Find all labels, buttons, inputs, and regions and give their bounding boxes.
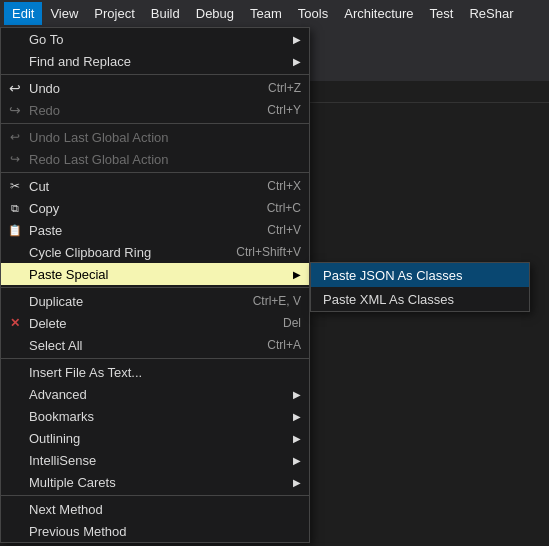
menu-reshar[interactable]: ReShar (461, 2, 521, 25)
menu-item-redo-global: ↪ Redo Last Global Action (1, 148, 309, 170)
separator-4 (1, 287, 309, 288)
submenu-item-paste-xml[interactable]: Paste XML As Classes (311, 287, 529, 311)
menu-team[interactable]: Team (242, 2, 290, 25)
delete-icon: ✕ (5, 313, 25, 333)
menu-item-next-method[interactable]: Next Method (1, 498, 309, 520)
menu-test[interactable]: Test (422, 2, 462, 25)
arrow-right-icon: ▶ (293, 34, 301, 45)
menu-item-goto[interactable]: Go To ▶ (1, 28, 309, 50)
submenu-item-paste-json[interactable]: Paste JSON As Classes (311, 263, 529, 287)
menu-item-paste[interactable]: 📋 Paste Ctrl+V (1, 219, 309, 241)
menu-item-redo: ↪ Redo Ctrl+Y (1, 99, 309, 121)
menu-item-intellisense[interactable]: IntelliSense ▶ (1, 449, 309, 471)
menu-item-copy[interactable]: ⧉ Copy Ctrl+C (1, 197, 309, 219)
menu-item-cut[interactable]: ✂ Cut Ctrl+X (1, 175, 309, 197)
menu-item-delete[interactable]: ✕ Delete Del (1, 312, 309, 334)
copy-icon: ⧉ (5, 198, 25, 218)
menu-item-insert-file[interactable]: Insert File As Text... (1, 361, 309, 383)
undo-global-icon: ↩ (5, 127, 25, 147)
menu-item-undo-global: ↩ Undo Last Global Action (1, 126, 309, 148)
bookmarks-arrow-icon: ▶ (293, 411, 301, 422)
paste-icon: 📋 (5, 220, 25, 240)
menu-item-duplicate[interactable]: Duplicate Ctrl+E, V (1, 290, 309, 312)
menu-item-find-replace[interactable]: Find and Replace ▶ (1, 50, 309, 72)
menu-item-multiple-carets[interactable]: Multiple Carets ▶ (1, 471, 309, 493)
redo-icon: ↪ (5, 100, 25, 120)
separator-2 (1, 123, 309, 124)
menu-tools[interactable]: Tools (290, 2, 336, 25)
menu-build[interactable]: Build (143, 2, 188, 25)
menu-item-cycle-clipboard[interactable]: Cycle Clipboard Ring Ctrl+Shift+V (1, 241, 309, 263)
arrow-right-icon: ▶ (293, 56, 301, 67)
menu-item-undo[interactable]: ↩ Undo Ctrl+Z (1, 77, 309, 99)
separator-1 (1, 74, 309, 75)
menu-item-bookmarks[interactable]: Bookmarks ▶ (1, 405, 309, 427)
separator-5 (1, 358, 309, 359)
menu-edit[interactable]: Edit (4, 2, 42, 25)
separator-3 (1, 172, 309, 173)
cut-icon: ✂ (5, 176, 25, 196)
menu-item-outlining[interactable]: Outlining ▶ (1, 427, 309, 449)
paste-special-arrow-icon: ▶ (293, 269, 301, 280)
outlining-arrow-icon: ▶ (293, 433, 301, 444)
menu-view[interactable]: View (42, 2, 86, 25)
undo-icon: ↩ (5, 78, 25, 98)
paste-special-submenu: Paste JSON As Classes Paste XML As Class… (310, 262, 530, 312)
menu-project[interactable]: Project (86, 2, 142, 25)
menu-item-prev-method[interactable]: Previous Method (1, 520, 309, 542)
menu-item-select-all[interactable]: Select All Ctrl+A (1, 334, 309, 356)
edit-dropdown-menu: Go To ▶ Find and Replace ▶ ↩ Undo Ctrl+Z… (0, 27, 310, 543)
menu-item-paste-special[interactable]: Paste Special ▶ Paste JSON As Classes Pa… (1, 263, 309, 285)
separator-6 (1, 495, 309, 496)
multiple-carets-arrow-icon: ▶ (293, 477, 301, 488)
menu-architecture[interactable]: Architecture (336, 2, 421, 25)
menu-debug[interactable]: Debug (188, 2, 242, 25)
menu-item-advanced[interactable]: Advanced ▶ (1, 383, 309, 405)
redo-global-icon: ↪ (5, 149, 25, 169)
menu-bar: Edit View Project Build Debug Team Tools… (0, 0, 549, 27)
intellisense-arrow-icon: ▶ (293, 455, 301, 466)
advanced-arrow-icon: ▶ (293, 389, 301, 400)
